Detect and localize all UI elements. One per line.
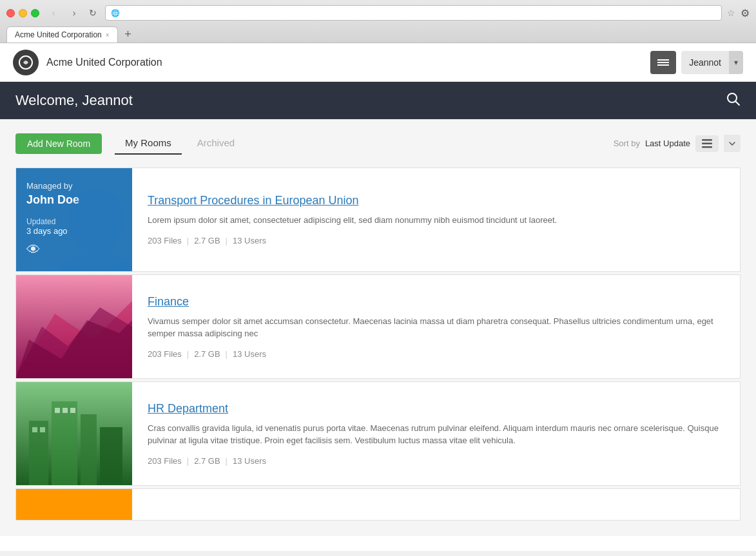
eye-icon[interactable]: 👁 xyxy=(26,242,122,258)
room-size: 2.7 GB xyxy=(194,236,220,245)
sort-controls: Sort by Last Update xyxy=(614,135,741,152)
company-name: Acme United Corporation xyxy=(46,57,650,68)
svg-rect-4 xyxy=(702,142,712,144)
sort-dropdown-button[interactable] xyxy=(724,135,741,152)
room-users: 13 Users xyxy=(233,456,266,466)
room-title[interactable]: Transport Procedures in European Union xyxy=(148,194,724,207)
room-users: 13 Users xyxy=(233,236,266,245)
svg-rect-17 xyxy=(55,408,60,413)
room-item: HR Department Cras convallis gravida lig… xyxy=(15,381,741,486)
tab-bar: Acme United Corporation × + xyxy=(6,26,750,43)
updated-label: Updated xyxy=(26,217,122,226)
reload-button[interactable]: ↻ xyxy=(86,6,100,20)
room-description: Cras convallis gravida ligula, id venena… xyxy=(148,422,724,447)
room-info xyxy=(132,489,740,520)
svg-rect-15 xyxy=(32,427,37,432)
room-stats: 203 Files | 2.7 GB | 13 Users xyxy=(148,236,724,245)
search-button[interactable] xyxy=(726,92,741,110)
toolbar: Add New Room My Rooms Archived Sort by L… xyxy=(15,132,741,155)
svg-rect-20 xyxy=(16,489,132,521)
extensions-button[interactable]: ⚙ xyxy=(741,7,750,19)
logo[interactable] xyxy=(13,50,39,75)
managed-bg-person-icon: 👤 xyxy=(48,187,132,271)
bookmark-button[interactable]: ☆ xyxy=(727,8,735,18)
active-tab[interactable]: Acme United Corporation × xyxy=(6,26,118,43)
browser-chrome: ‹ › ↻ 🌐 ☆ ⚙ Acme United Corporation × + xyxy=(0,0,756,43)
separator: | xyxy=(226,456,228,466)
room-info: Transport Procedures in European Union L… xyxy=(132,168,740,271)
welcome-bar: Welcome, Jeannot xyxy=(0,82,756,119)
close-window-button[interactable] xyxy=(6,9,15,17)
svg-rect-11 xyxy=(29,421,48,485)
welcome-greeting: Welcome, Jeannot xyxy=(15,92,133,109)
room-stats: 203 Files | 2.7 GB | 13 Users xyxy=(148,349,724,359)
header-right: Jeannot ▾ xyxy=(650,51,743,74)
svg-rect-14 xyxy=(100,427,122,485)
separator: | xyxy=(226,349,228,359)
tabs: My Rooms Archived xyxy=(115,132,614,155)
sort-value[interactable]: Last Update xyxy=(645,139,690,148)
room-files: 203 Files xyxy=(148,349,182,359)
forward-button[interactable]: › xyxy=(65,6,83,20)
room-files: 203 Files xyxy=(148,236,182,245)
tab-archived[interactable]: Archived xyxy=(187,132,245,155)
svg-rect-18 xyxy=(63,408,68,413)
svg-line-2 xyxy=(736,101,740,105)
separator: | xyxy=(226,236,228,245)
managed-by-label: Managed by xyxy=(26,181,122,191)
svg-rect-5 xyxy=(702,146,712,148)
room-item xyxy=(15,488,741,521)
room-size: 2.7 GB xyxy=(194,349,220,359)
room-thumbnail-finance xyxy=(16,275,132,378)
svg-rect-3 xyxy=(702,139,712,141)
room-info: HR Department Cras convallis gravida lig… xyxy=(132,382,740,485)
room-thumbnail-hr xyxy=(16,382,132,485)
room-description: Lorem ipsum dolor sit amet, consectetuer… xyxy=(148,214,724,227)
tab-close-button[interactable]: × xyxy=(106,32,110,39)
room-title[interactable]: Finance xyxy=(148,295,724,309)
new-tab-button[interactable]: + xyxy=(119,26,137,43)
separator: | xyxy=(187,236,189,245)
svg-rect-19 xyxy=(70,408,75,413)
minimize-window-button[interactable] xyxy=(19,9,27,17)
menu-line-3 xyxy=(657,64,669,66)
add-room-button[interactable]: Add New Room xyxy=(15,133,102,154)
main-content: Add New Room My Rooms Archived Sort by L… xyxy=(0,119,756,536)
room-files: 203 Files xyxy=(148,456,182,466)
app: Acme United Corporation Jeannot ▾ Welcom… xyxy=(0,43,756,551)
rooms-list: 👤 Managed by John Doe Updated 3 days ago… xyxy=(15,168,741,523)
traffic-lights xyxy=(6,9,39,17)
menu-line-1 xyxy=(657,59,669,61)
user-dropdown-arrow: ▾ xyxy=(729,51,743,74)
svg-rect-12 xyxy=(52,401,77,485)
room-item: Finance Vivamus semper dolor sit amet ac… xyxy=(15,274,741,379)
list-view-button[interactable] xyxy=(695,135,719,152)
svg-rect-13 xyxy=(81,414,97,485)
nav-buttons: ‹ › ↻ xyxy=(44,6,100,20)
sort-label: Sort by xyxy=(614,139,640,148)
user-name: Jeannot xyxy=(681,57,729,68)
room-item: 👤 Managed by John Doe Updated 3 days ago… xyxy=(15,168,741,272)
separator: | xyxy=(187,349,189,359)
maximize-window-button[interactable] xyxy=(31,9,39,17)
user-menu-button[interactable]: Jeannot ▾ xyxy=(681,51,743,74)
room-description: Vivamus semper dolor sit amet accumsan c… xyxy=(148,315,724,340)
security-icon: 🌐 xyxy=(111,9,120,17)
address-input[interactable] xyxy=(122,8,716,17)
address-bar: 🌐 xyxy=(105,5,722,21)
room-title[interactable]: HR Department xyxy=(148,402,724,416)
app-header: Acme United Corporation Jeannot ▾ xyxy=(0,43,756,82)
room-size: 2.7 GB xyxy=(194,456,220,466)
menu-button[interactable] xyxy=(650,51,676,74)
back-button[interactable]: ‹ xyxy=(44,6,63,20)
room-thumbnail-managed: 👤 Managed by John Doe Updated 3 days ago… xyxy=(16,168,132,271)
room-users: 13 Users xyxy=(233,349,266,359)
room-thumbnail-extra xyxy=(16,489,132,521)
room-stats: 203 Files | 2.7 GB | 13 Users xyxy=(148,456,724,466)
tab-title: Acme United Corporation xyxy=(15,30,102,39)
svg-rect-16 xyxy=(40,427,45,432)
menu-line-2 xyxy=(657,62,669,63)
tab-my-rooms[interactable]: My Rooms xyxy=(115,132,182,155)
separator: | xyxy=(187,456,189,466)
room-info: Finance Vivamus semper dolor sit amet ac… xyxy=(132,275,740,378)
